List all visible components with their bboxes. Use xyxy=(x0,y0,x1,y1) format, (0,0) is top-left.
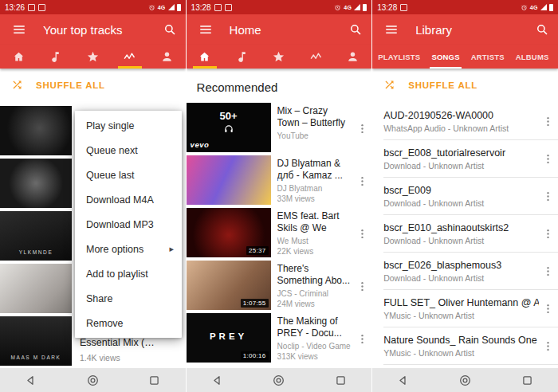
context-menu-item-label: Queue next xyxy=(86,145,138,156)
song-row[interactable]: bscr_E010_ashinaoutskirts2 Download - Un… xyxy=(372,215,558,253)
tab-artists[interactable] xyxy=(148,45,186,69)
shuffle-all-button[interactable]: SHUFFLE ALL xyxy=(372,69,558,100)
track-views: 1.4K views xyxy=(80,353,181,363)
more-options-button[interactable] xyxy=(539,153,558,165)
back-button[interactable] xyxy=(15,370,47,390)
song-row[interactable]: bscr_E009 Download - Unknown Artist xyxy=(372,178,558,215)
context-menu-item-label: Add to playlist xyxy=(86,269,148,280)
signal-icon xyxy=(540,4,547,10)
recents-button[interactable] xyxy=(511,370,543,390)
context-menu-item-label: Download MP3 xyxy=(86,219,154,230)
notification-icon xyxy=(28,4,35,11)
home-button[interactable] xyxy=(449,370,481,390)
tab-artists[interactable]: ARTISTS xyxy=(466,45,510,69)
song-row[interactable]: Nature Sounds_ Rain Sounds One Ho... YMu… xyxy=(372,327,558,365)
context-menu-item[interactable]: More options ▸ xyxy=(75,237,182,261)
search-button[interactable] xyxy=(159,18,181,41)
menu-button[interactable] xyxy=(380,18,403,41)
recents-button[interactable] xyxy=(139,370,171,390)
album-art-text: YLKMNDE xyxy=(0,249,72,255)
tab-songs[interactable] xyxy=(37,45,75,69)
more-options-button[interactable] xyxy=(539,228,558,240)
song-title: AUD-20190526-WA0000 xyxy=(383,110,539,121)
more-options-button[interactable] xyxy=(539,116,558,127)
song-title: FULL SET_ Oliver Huntemann @ Alata... xyxy=(383,297,539,308)
more-options-button[interactable] xyxy=(539,303,558,315)
content-area: SHUFFLE ALL AUD-20190526-WA0000 WhatsApp… xyxy=(372,69,558,368)
video-row[interactable]: 25:37 EMS feat. Bart Skils @ We Mus... W… xyxy=(187,208,372,259)
home-button[interactable] xyxy=(263,370,295,390)
menu-button[interactable] xyxy=(195,18,217,41)
song-title: Nature Sounds_ Rain Sounds One Ho... xyxy=(383,335,539,346)
context-menu-item[interactable]: Download MP3 xyxy=(75,212,182,237)
context-menu-item[interactable]: Remove xyxy=(75,311,182,335)
tab-artists[interactable] xyxy=(335,45,372,69)
more-options-button[interactable] xyxy=(352,261,371,312)
context-menu-item-label: Share xyxy=(86,293,112,304)
tab-albums[interactable]: ALBUMS xyxy=(510,45,555,69)
status-left: 13:28 xyxy=(377,3,407,12)
music-note-icon xyxy=(235,50,249,64)
kebab-icon xyxy=(542,153,554,165)
tab-favorites[interactable] xyxy=(261,45,298,69)
song-row[interactable]: bscr_E008_tutorialreservoir Download - U… xyxy=(372,140,558,178)
song-row[interactable]: bscr_E026_blasphemous3 Download - Unknow… xyxy=(372,253,558,290)
shuffle-icon xyxy=(11,79,23,91)
page-title: Home xyxy=(230,23,345,37)
tab-top-tracks[interactable] xyxy=(297,45,335,69)
video-row[interactable]: PREY 1:00:16 The Making of PREY - Docu..… xyxy=(187,313,372,364)
video-row[interactable]: 1:07:55 There's Something Abo... JCS - C… xyxy=(187,261,372,312)
tab-favorites[interactable] xyxy=(74,45,112,69)
more-options-button[interactable] xyxy=(539,190,558,202)
shuffle-all-label: SHUFFLE ALL xyxy=(36,80,105,90)
more-options-button[interactable] xyxy=(352,208,371,259)
home-button[interactable] xyxy=(77,370,108,390)
context-menu-item-label: Queue last xyxy=(86,170,134,181)
hamburger-icon xyxy=(384,22,399,37)
status-bar: 13:28 4G xyxy=(187,0,372,14)
kebab-icon xyxy=(356,123,368,135)
tab-playlists[interactable]: PLAYLISTS xyxy=(372,45,426,69)
back-triangle-icon xyxy=(396,374,410,387)
song-row[interactable]: FULL SET_ Oliver Huntemann @ Alata... YM… xyxy=(372,290,558,327)
tab-genres[interactable]: GENRES xyxy=(555,45,558,69)
recents-square-icon xyxy=(147,374,161,387)
shuffle-all-button[interactable]: SHUFFLE ALL xyxy=(0,69,186,100)
context-menu-item[interactable]: Add to playlist xyxy=(75,261,182,286)
more-options-button[interactable] xyxy=(352,155,371,206)
context-menu-item-label: Download M4A xyxy=(86,194,154,206)
search-button[interactable] xyxy=(344,18,367,41)
context-menu-item[interactable]: Play single xyxy=(75,113,182,138)
tab-top-tracks[interactable] xyxy=(112,45,149,69)
search-button[interactable] xyxy=(531,18,553,41)
kebab-icon xyxy=(542,340,554,352)
more-options-button[interactable] xyxy=(539,265,558,277)
more-options-button[interactable] xyxy=(539,340,558,352)
tab-songs[interactable]: SONGS xyxy=(426,45,465,69)
more-options-button[interactable] xyxy=(352,313,371,364)
track-title: Essential Mix (… xyxy=(80,337,181,348)
menu-button[interactable] xyxy=(8,18,30,41)
tab-home[interactable] xyxy=(187,45,224,69)
song-title: bscr_E026_blasphemous3 xyxy=(383,260,539,271)
video-title: The Making of PREY - Docu... xyxy=(277,316,352,339)
context-menu-item[interactable]: Share xyxy=(75,286,182,311)
video-row[interactable]: DJ Blyatman & длб - Kamaz ... DJ Blyatma… xyxy=(187,155,372,206)
context-menu-item[interactable]: Queue next xyxy=(75,138,182,163)
tab-home[interactable] xyxy=(0,45,37,69)
thumbnail-overlay-text: PREY xyxy=(187,331,271,341)
back-button[interactable] xyxy=(201,370,233,390)
tab-songs[interactable] xyxy=(223,45,261,69)
back-button[interactable] xyxy=(387,370,419,390)
song-row[interactable]: AUD-20190526-WA0000 WhatsApp Audio - Unk… xyxy=(372,103,558,140)
song-info: Nature Sounds_ Rain Sounds One Ho... YMu… xyxy=(383,335,539,358)
context-menu-item[interactable]: Download M4A xyxy=(75,187,182,212)
recents-button[interactable] xyxy=(324,370,356,390)
video-row[interactable]: 50+ vevo Mix – Crazy Town – Butterfly ..… xyxy=(187,103,372,154)
context-menu-item-label: Remove xyxy=(86,318,124,329)
context-menu-item[interactable]: Queue last xyxy=(75,163,182,187)
status-time: 13:28 xyxy=(377,3,397,12)
more-options-button[interactable] xyxy=(352,103,371,154)
home-icon xyxy=(12,50,26,64)
album-art: YLKMNDE xyxy=(0,211,72,261)
